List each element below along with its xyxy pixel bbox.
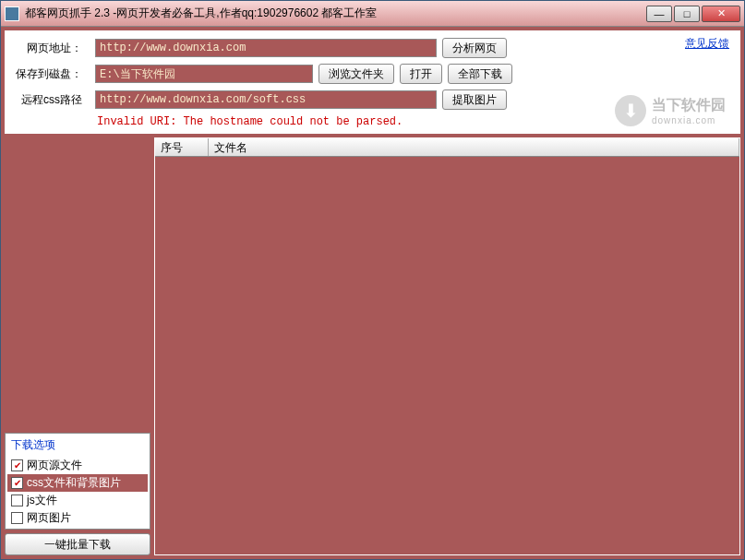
file-list: 序号 文件名: [154, 137, 740, 555]
watermark-text: 当下软件园 downxia.com: [652, 96, 726, 125]
checkbox-icon[interactable]: ✔: [11, 459, 23, 471]
url-row: 网页地址： 分析网页: [16, 38, 729, 58]
option-item-1[interactable]: ✔css文件和背景图片: [7, 474, 148, 492]
sidebar: 下载选项 ✔网页源文件✔css文件和背景图片js文件网页图片 一键批量下载: [5, 137, 150, 555]
url-label: 网页地址：: [16, 41, 90, 56]
open-button[interactable]: 打开: [400, 64, 442, 84]
titlebar[interactable]: 都客网页抓手 2.3 -网页开发者必备工具,作者qq:1902976602 都客…: [1, 1, 744, 27]
watermark-sub: downxia.com: [652, 115, 726, 125]
url-input[interactable]: [95, 39, 437, 57]
sidebar-spacer: [5, 137, 150, 433]
close-button[interactable]: ✕: [702, 6, 740, 22]
analyze-button[interactable]: 分析网页: [442, 38, 507, 58]
app-icon: [5, 6, 19, 21]
save-path-input[interactable]: [95, 65, 313, 83]
mid-area: 下载选项 ✔网页源文件✔css文件和背景图片js文件网页图片 一键批量下载 序号…: [5, 137, 740, 555]
watermark-main: 当下软件园: [652, 96, 726, 115]
list-header: 序号 文件名: [155, 138, 739, 157]
checkbox-icon[interactable]: [11, 494, 23, 506]
content-area: 意见反馈 网页地址： 分析网页 保存到磁盘： 浏览文件夹 打开 全部下载 远程c…: [1, 27, 744, 559]
maximize-button[interactable]: □: [674, 6, 700, 22]
option-label: 网页源文件: [27, 458, 82, 473]
extract-img-button[interactable]: 提取图片: [442, 89, 507, 110]
save-row: 保存到磁盘： 浏览文件夹 打开 全部下载: [16, 64, 729, 84]
feedback-link[interactable]: 意见反馈: [685, 36, 729, 52]
option-item-0[interactable]: ✔网页源文件: [7, 457, 148, 474]
top-panel: 意见反馈 网页地址： 分析网页 保存到磁盘： 浏览文件夹 打开 全部下载 远程c…: [5, 30, 740, 134]
options-title: 下载选项: [7, 435, 148, 457]
window-title: 都客网页抓手 2.3 -网页开发者必备工具,作者qq:1902976602 都客…: [25, 6, 646, 21]
option-item-3[interactable]: 网页图片: [7, 509, 148, 527]
list-body[interactable]: [155, 157, 739, 554]
browse-button[interactable]: 浏览文件夹: [318, 64, 394, 84]
app-window: 都客网页抓手 2.3 -网页开发者必备工具,作者qq:1902976602 都客…: [0, 0, 745, 560]
window-controls: — □ ✕: [646, 6, 740, 22]
css-input[interactable]: [95, 90, 437, 109]
col-filename[interactable]: 文件名: [209, 138, 739, 156]
option-item-2[interactable]: js文件: [7, 492, 148, 509]
download-icon: ⬇: [615, 95, 646, 126]
download-options-group: 下载选项 ✔网页源文件✔css文件和背景图片js文件网页图片: [5, 433, 150, 530]
col-index[interactable]: 序号: [155, 138, 209, 156]
option-label: 网页图片: [27, 510, 71, 526]
watermark: ⬇ 当下软件园 downxia.com: [615, 95, 726, 126]
checkbox-icon[interactable]: [11, 512, 23, 524]
checkbox-icon[interactable]: ✔: [11, 477, 23, 489]
batch-download-button[interactable]: 一键批量下载: [5, 533, 150, 555]
download-all-button[interactable]: 全部下载: [448, 64, 512, 84]
css-label: 远程css路径: [16, 92, 90, 108]
save-label: 保存到磁盘：: [16, 66, 90, 82]
minimize-button[interactable]: —: [646, 6, 672, 22]
option-label: js文件: [27, 493, 57, 508]
option-label: css文件和背景图片: [27, 475, 121, 491]
